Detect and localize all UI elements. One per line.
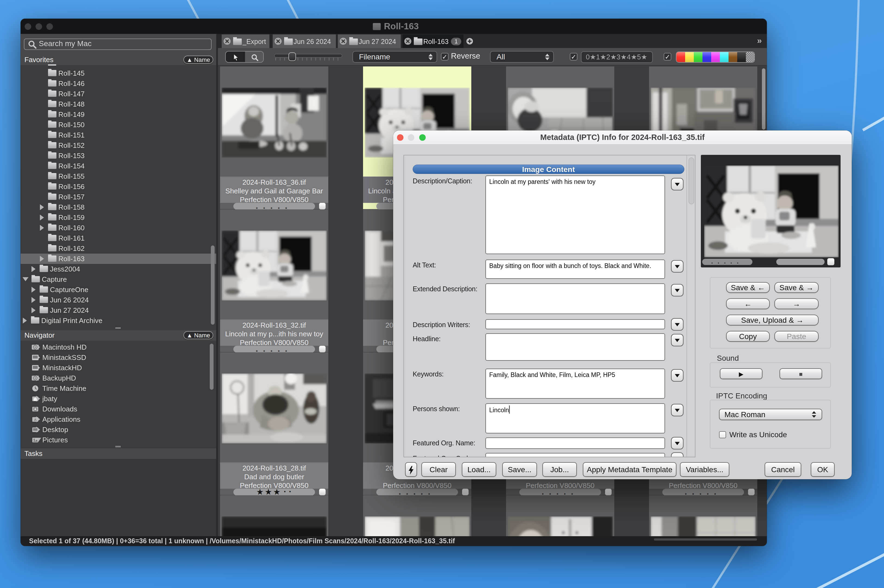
svg-text:A: A [34,418,37,422]
